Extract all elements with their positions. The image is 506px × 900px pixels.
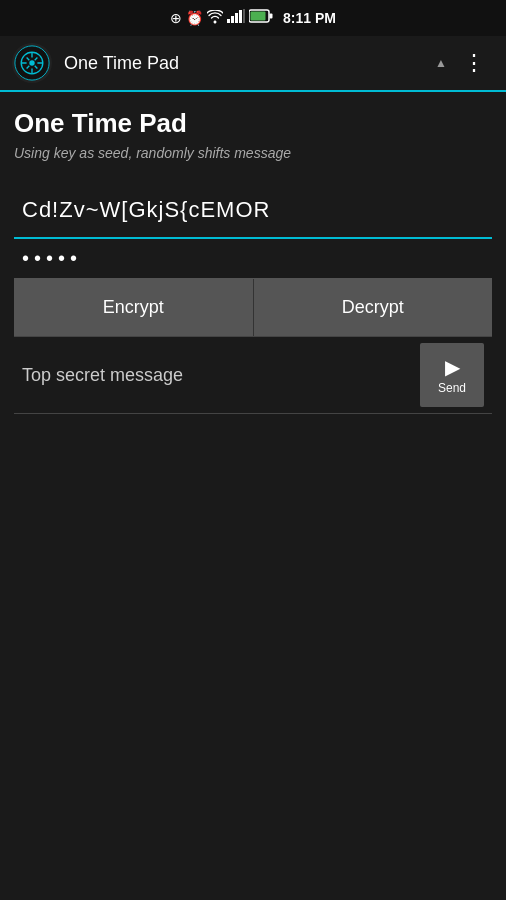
location-icon: ⊕	[170, 10, 182, 26]
svg-rect-1	[231, 16, 234, 23]
battery-icon	[249, 9, 273, 27]
svg-rect-6	[270, 14, 273, 19]
output-row: Top secret message ▶ Send	[14, 337, 492, 414]
send-label: Send	[438, 381, 466, 395]
wifi-icon	[207, 10, 223, 27]
message-display: Cd!Zv~W[GkjS{cEMOR	[14, 189, 492, 239]
svg-rect-3	[239, 10, 242, 23]
signal-icon	[227, 9, 245, 27]
app-bar: One Time Pad ▲ ⋮	[0, 36, 506, 92]
app-bar-title: One Time Pad	[64, 53, 435, 74]
status-bar: ⊕ ⏰	[0, 0, 506, 36]
svg-rect-2	[235, 13, 238, 23]
main-content: One Time Pad Using key as seed, randomly…	[0, 92, 506, 430]
svg-rect-0	[227, 19, 230, 23]
encrypt-button[interactable]: Encrypt	[14, 279, 254, 336]
buttons-row: Encrypt Decrypt	[14, 279, 492, 337]
key-input[interactable]	[22, 247, 484, 270]
output-text: Top secret message	[22, 349, 420, 402]
app-icon	[12, 43, 52, 83]
page-subtitle: Using key as seed, randomly shifts messa…	[14, 145, 492, 161]
indicator-icon: ▲	[435, 56, 447, 70]
svg-rect-4	[243, 9, 245, 23]
send-arrow-icon: ▶	[445, 355, 460, 379]
send-button[interactable]: ▶ Send	[420, 343, 484, 407]
overflow-menu-button[interactable]: ⋮	[455, 46, 494, 80]
decrypt-button[interactable]: Decrypt	[254, 279, 493, 336]
svg-rect-7	[251, 12, 266, 21]
svg-point-10	[29, 60, 34, 65]
status-time: 8:11 PM	[283, 10, 336, 26]
alarm-icon: ⏰	[186, 10, 203, 26]
page-title: One Time Pad	[14, 108, 492, 139]
key-input-container	[14, 239, 492, 279]
